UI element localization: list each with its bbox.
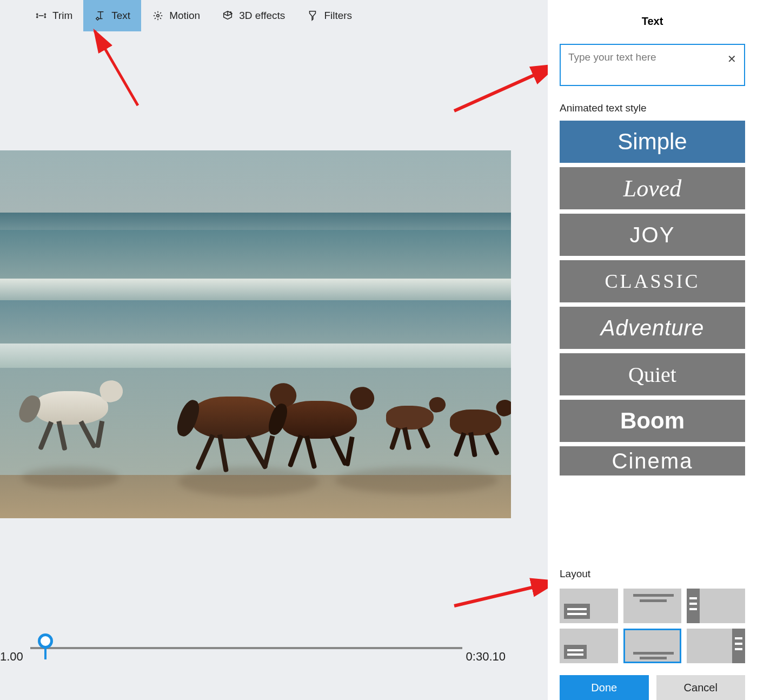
timeline-start-time: 1.00: [0, 650, 23, 664]
motion-icon: [152, 10, 164, 22]
svg-point-1: [230, 12, 231, 13]
editor-toolbar: Trim Text Motion 3D effects Filters: [0, 0, 548, 31]
layout-option-2[interactable]: [687, 589, 745, 623]
text-panel: Text ✕ Animated text style Simple Loved …: [548, 0, 757, 700]
text-input[interactable]: [568, 51, 736, 63]
text-style-list: Simple Loved JOY CLASSIC Adventure Quiet…: [548, 121, 757, 476]
3d-effects-label: 3D effects: [239, 10, 285, 22]
annotation-arrow-text-input: [449, 57, 562, 116]
editor-main-area: Trim Text Motion 3D effects Filters: [0, 0, 548, 700]
svg-point-0: [157, 15, 160, 17]
text-style-adventure[interactable]: Adventure: [560, 307, 745, 349]
clear-text-icon[interactable]: ✕: [727, 52, 736, 65]
text-style-classic[interactable]: CLASSIC: [560, 260, 745, 302]
filters-icon: [307, 10, 318, 22]
filters-label: Filters: [324, 10, 352, 22]
done-button[interactable]: Done: [560, 675, 649, 700]
timeline-track[interactable]: [30, 647, 462, 649]
text-style-quiet[interactable]: Quiet: [560, 353, 745, 395]
layout-section-label: Layout: [560, 568, 745, 582]
text-style-cinema[interactable]: Cinema: [560, 446, 745, 476]
text-button[interactable]: Text: [83, 0, 141, 31]
filters-button[interactable]: Filters: [296, 0, 363, 31]
panel-title: Text: [548, 0, 757, 38]
annotation-arrow-text-tool: [87, 24, 151, 111]
text-label: Text: [111, 10, 130, 22]
annotation-arrow-layout: [449, 573, 562, 611]
svg-point-2: [231, 14, 232, 14]
motion-button[interactable]: Motion: [141, 0, 211, 31]
text-style-loved[interactable]: Loved: [560, 167, 745, 209]
trim-icon: [35, 10, 47, 22]
layout-option-0[interactable]: [560, 589, 618, 623]
video-preview[interactable]: [0, 150, 511, 518]
trim-button[interactable]: Trim: [24, 0, 83, 31]
cancel-button[interactable]: Cancel: [656, 675, 746, 700]
svg-line-5: [454, 582, 557, 606]
layout-option-3[interactable]: [560, 629, 618, 663]
style-section-label: Animated text style: [548, 102, 757, 121]
svg-line-3: [95, 31, 138, 105]
text-style-boom[interactable]: Boom: [560, 400, 745, 442]
svg-line-4: [454, 65, 557, 111]
text-input-container: ✕: [560, 44, 745, 86]
layout-section: Layout: [548, 560, 757, 663]
layout-option-4[interactable]: [623, 629, 682, 663]
layout-option-5[interactable]: [687, 629, 745, 663]
3d-effects-icon: [222, 10, 234, 22]
trim-label: Trim: [52, 10, 72, 22]
text-style-joy[interactable]: JOY: [560, 214, 745, 256]
3d-effects-button[interactable]: 3D effects: [211, 0, 296, 31]
motion-label: Motion: [169, 10, 200, 22]
layout-grid: [560, 589, 745, 663]
text-style-simple[interactable]: Simple: [560, 121, 745, 163]
text-icon: [94, 10, 106, 22]
timeline-end-time: 0:30.10: [466, 650, 506, 664]
timeline-playhead[interactable]: [38, 633, 53, 649]
timeline: 1.00 0:30.10: [0, 617, 511, 674]
panel-action-buttons: Done Cancel: [548, 663, 757, 700]
layout-option-1[interactable]: [623, 589, 682, 623]
